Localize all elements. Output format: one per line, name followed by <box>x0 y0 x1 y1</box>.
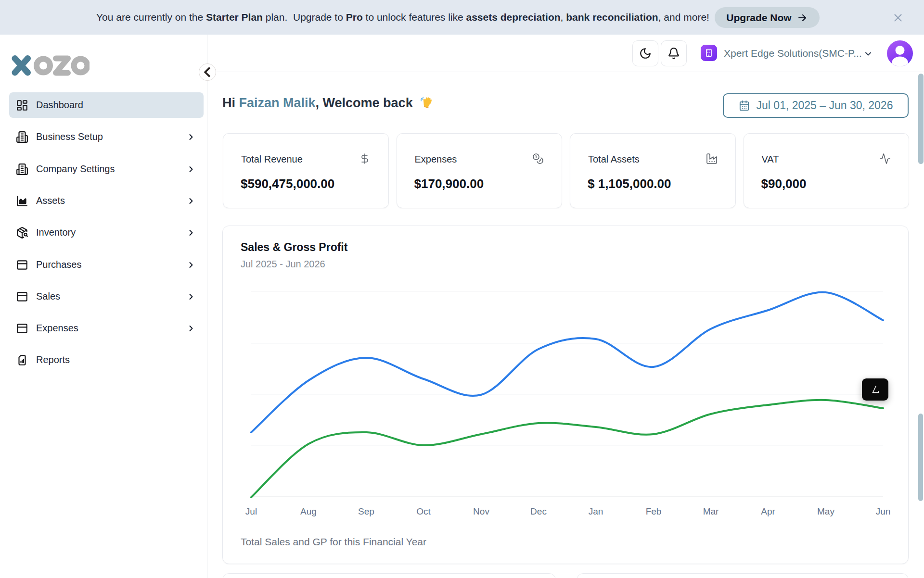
svg-text:Aug: Aug <box>300 506 317 516</box>
svg-text:Feb: Feb <box>646 506 662 516</box>
svg-text:Mar: Mar <box>703 506 719 516</box>
svg-text:Nov: Nov <box>473 506 489 516</box>
svg-text:Apr: Apr <box>761 506 775 516</box>
svg-text:Sep: Sep <box>358 506 374 516</box>
svg-text:Jul: Jul <box>245 506 257 516</box>
svg-text:Jan: Jan <box>589 506 603 516</box>
svg-text:Dec: Dec <box>530 506 547 516</box>
svg-text:Jun: Jun <box>876 506 891 516</box>
svg-text:Oct: Oct <box>416 506 431 516</box>
svg-text:May: May <box>817 506 834 516</box>
